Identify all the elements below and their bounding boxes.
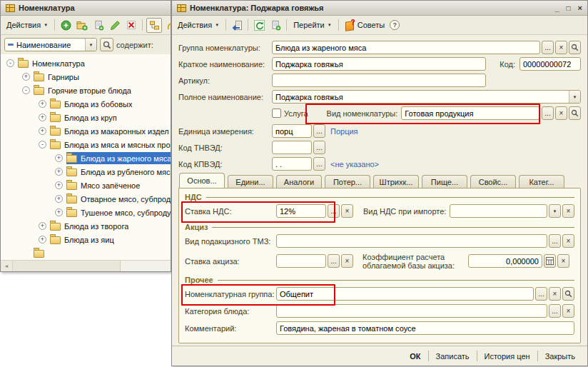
find-button[interactable]	[100, 38, 113, 51]
expander-icon[interactable]: -	[22, 86, 30, 94]
clear-button[interactable]: ×	[555, 41, 567, 54]
clear-button[interactable]: ×	[341, 204, 353, 218]
clear-button[interactable]: ×	[555, 106, 567, 120]
goto-menu-button[interactable]: Перейти ▼	[290, 19, 335, 31]
choose-button[interactable]: ...	[549, 304, 561, 318]
search-column-select[interactable]: Наименование ▼	[4, 38, 97, 51]
clear-button[interactable]: ×	[562, 234, 574, 248]
tree-item[interactable]: +Тушеное мясо, субпродук	[1, 206, 171, 219]
tree-item[interactable]: +Блюда из рубленого мяса	[1, 165, 171, 179]
unit-field[interactable]: порц	[272, 124, 312, 138]
choose-button[interactable]: ...	[542, 41, 554, 54]
tnved-field[interactable]	[272, 141, 312, 154]
nom-group-field[interactable]: Общепит	[276, 287, 534, 301]
expander-icon[interactable]: +	[55, 195, 63, 203]
comment-field[interactable]: Говядина, жареная в томатном соусе	[276, 321, 574, 335]
choose-button[interactable]: ...	[542, 106, 554, 120]
open-button[interactable]	[562, 287, 574, 301]
tab-losses[interactable]: Потер...	[325, 175, 370, 188]
expander-icon[interactable]: +	[39, 236, 46, 243]
code-field[interactable]: 00000000072	[519, 57, 581, 71]
actions-menu-button[interactable]: Действия ▼	[4, 19, 51, 31]
expander-icon[interactable]: +	[39, 114, 46, 121]
add-group-button[interactable]	[75, 19, 89, 32]
tab-analogs[interactable]: Аналоги	[276, 175, 322, 188]
expander-icon[interactable]: +	[55, 154, 63, 162]
full-name-dropdown-button[interactable]: ▼	[569, 91, 580, 103]
hierarchy-view-button[interactable]	[146, 18, 162, 33]
dropdown-button[interactable]: ▼	[549, 204, 561, 218]
group-field[interactable]: Блюда из жареного мяса	[272, 41, 540, 54]
expander-icon[interactable]: +	[39, 127, 46, 135]
price-history-button[interactable]: История цен	[477, 352, 537, 361]
search-column-dropdown-button[interactable]: ▼	[85, 39, 96, 51]
help-icon[interactable]: ?	[390, 20, 400, 30]
tree-item[interactable]: +Блюда из творога	[1, 219, 171, 233]
maximize-button[interactable]: □	[567, 4, 571, 12]
item-window-titlebar[interactable]: Номенклатура: Поджарка говяжья _ □ ×	[172, 1, 587, 16]
clear-button[interactable]: ×	[557, 254, 569, 268]
nds-rate-field[interactable]: 12%	[276, 204, 326, 218]
reread-button[interactable]	[252, 19, 266, 32]
tree-item[interactable]: +Отварное мясо, субпроду	[1, 192, 171, 206]
expander-icon[interactable]: -	[6, 59, 14, 67]
copy-item-button[interactable]	[91, 19, 106, 32]
nds-import-field[interactable]	[450, 204, 547, 218]
choose-button[interactable]: ...	[328, 204, 340, 218]
tree-item-partial[interactable]	[1, 246, 171, 260]
kind-field[interactable]: Готовая продукция	[401, 106, 540, 120]
tree-item[interactable]: +Мясо запёченое	[1, 179, 171, 192]
choose-button[interactable]: ...	[313, 124, 325, 138]
ok-button[interactable]: ОК	[402, 352, 427, 361]
excise-tmz-field[interactable]	[276, 234, 547, 248]
choose-button[interactable]: ...	[535, 287, 547, 301]
tab-categories[interactable]: Катег...	[519, 175, 564, 188]
tree-item[interactable]: -Блюда из мяса и мясных про	[1, 138, 171, 151]
open-button[interactable]	[569, 41, 581, 54]
clear-button[interactable]: ×	[341, 254, 353, 268]
tab-properties[interactable]: Свойс...	[470, 175, 516, 188]
expander-icon[interactable]: -	[39, 141, 46, 149]
dish-category-field[interactable]	[276, 304, 547, 318]
choose-button[interactable]: ...	[313, 157, 325, 171]
list-window-titlebar[interactable]: Номенклатура	[1, 1, 171, 16]
excise-coeff-field[interactable]: 0,000000	[468, 254, 542, 268]
tree-item[interactable]: +Блюда из круп	[1, 111, 171, 124]
tree-item[interactable]: +Блюда из макаронных издел	[1, 124, 171, 138]
clear-button[interactable]: ×	[549, 287, 561, 301]
close-form-button[interactable]: Закрыть	[538, 352, 582, 361]
close-button[interactable]: ×	[578, 4, 582, 12]
service-checkbox[interactable]	[272, 109, 281, 118]
clear-button[interactable]: ×	[562, 204, 574, 218]
unit-link[interactable]: Порция	[330, 127, 358, 136]
expander-icon[interactable]: +	[55, 168, 63, 176]
expander-icon[interactable]: +	[55, 208, 63, 216]
tree-item[interactable]: +Блюда из бобовых	[1, 97, 171, 111]
short-name-field[interactable]: Поджарка говяжья	[272, 57, 486, 71]
expander-icon[interactable]: +	[55, 181, 63, 189]
minimize-button[interactable]: _	[554, 4, 559, 12]
actions-menu-button[interactable]: Действия ▼	[175, 19, 222, 31]
add-item-button[interactable]	[59, 19, 73, 32]
scrollbar-thumb[interactable]	[13, 261, 121, 271]
expander-icon[interactable]: +	[22, 73, 30, 81]
article-field[interactable]	[272, 74, 486, 87]
scroll-left-arrow[interactable]: ◄	[1, 261, 13, 271]
open-button[interactable]	[569, 106, 581, 120]
tips-button[interactable]: ? Советы	[343, 19, 387, 31]
tab-barcodes[interactable]: Штрихк...	[373, 175, 419, 188]
tab-units[interactable]: Едини...	[228, 175, 273, 188]
expander-icon[interactable]: +	[39, 100, 46, 108]
kpved-link[interactable]: <не указано>	[330, 160, 379, 169]
choose-button[interactable]: ...	[328, 254, 340, 268]
kpved-field[interactable]: . .	[272, 157, 312, 171]
expander-icon[interactable]: +	[39, 222, 46, 230]
tree-item-selected[interactable]: +Блюда из жареного мяса	[1, 151, 171, 165]
clear-button[interactable]: ×	[562, 304, 574, 318]
calculator-button[interactable]	[544, 254, 556, 268]
delete-item-button[interactable]	[124, 19, 138, 32]
edit-item-button[interactable]	[108, 19, 122, 32]
excise-rate-field[interactable]	[276, 254, 326, 268]
tab-food[interactable]: Пище...	[422, 175, 467, 188]
horizontal-scrollbar[interactable]: ◄	[1, 260, 171, 271]
